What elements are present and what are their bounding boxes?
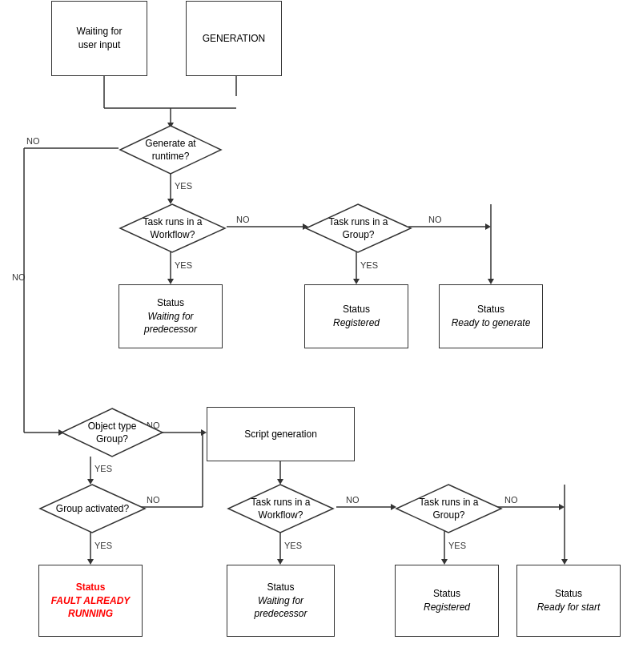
svg-marker-54 [561, 559, 568, 565]
svg-marker-29 [201, 429, 207, 436]
svg-marker-21 [488, 279, 494, 284]
status-registered-1: Status Registered [304, 284, 408, 348]
svg-text:YES: YES [284, 541, 302, 550]
no-label-left: NO [12, 272, 26, 282]
object-type-group-diamond: Object typeGroup? [60, 407, 164, 459]
waiting-for-user-input-box: Waiting for user input [51, 1, 147, 76]
svg-text:NO: NO [504, 495, 518, 505]
svg-marker-49 [277, 559, 283, 565]
svg-text:YES: YES [175, 260, 192, 270]
task-runs-group-diamond-1: Task runs in aGroup? [304, 203, 412, 255]
flowchart-diagram: YES NO NO YES YES NO NO YES [0, 0, 639, 672]
task-runs-workflow-diamond-2: Task runs in aWorkflow? [227, 483, 335, 535]
svg-text:YES: YES [94, 541, 112, 550]
svg-marker-19 [353, 279, 360, 284]
status-fault-running: Status FAULT ALREADYRUNNING [38, 565, 143, 637]
status-ready-for-start: Status Ready for start [516, 565, 621, 637]
status-ready-to-generate: Status Ready to generate [439, 284, 543, 348]
task-runs-workflow-diamond-1: Task runs in aWorkflow? [119, 203, 227, 255]
svg-text:YES: YES [94, 464, 112, 473]
svg-marker-38 [87, 559, 94, 565]
generate-at-runtime-diamond: Generate atruntime? [119, 124, 223, 176]
svg-marker-46 [559, 504, 565, 510]
group-activated-diamond: Group activated? [38, 483, 147, 535]
status-registered-2: Status Registered [395, 565, 499, 637]
script-generation-box: Script generation [207, 407, 355, 461]
svg-text:NO: NO [428, 215, 442, 224]
svg-text:YES: YES [360, 260, 378, 270]
generation-box: GENERATION [186, 1, 282, 76]
svg-marker-52 [441, 559, 448, 565]
svg-text:YES: YES [175, 181, 192, 191]
svg-text:YES: YES [448, 541, 466, 550]
status-waiting-predecessor-1: Status Waiting forpredecessor [119, 284, 223, 348]
svg-text:NO: NO [147, 495, 160, 505]
svg-text:NO: NO [26, 136, 40, 146]
svg-marker-13 [485, 223, 491, 230]
svg-text:NO: NO [346, 495, 360, 505]
svg-text:NO: NO [236, 215, 250, 224]
status-waiting-predecessor-2: Status Waiting forpredecessor [227, 565, 335, 637]
svg-marker-16 [167, 279, 174, 284]
task-runs-group-diamond-2: Task runs in aGroup? [395, 483, 503, 535]
